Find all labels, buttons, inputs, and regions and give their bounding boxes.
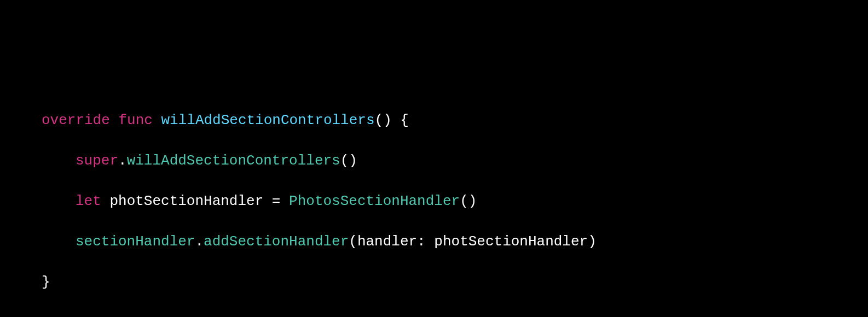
method-name: addSectionHandler [204, 233, 349, 250]
identifier: photSectionHandler = [109, 193, 289, 209]
code-line: super.willAddSectionControllers() [0, 151, 868, 171]
code-line: } [0, 272, 868, 292]
punct: () [460, 193, 477, 209]
type-name: PhotosSectionHandler [289, 193, 460, 209]
brace: } [42, 274, 50, 290]
code-editor[interactable]: override func willAddSectionControllers(… [0, 90, 868, 317]
func-name: willAddSectionControllers [161, 112, 374, 128]
method-name: willAddSectionControllers [127, 152, 340, 169]
code-line: override func willAddSectionControllers(… [0, 110, 868, 131]
code-line: let photSectionHandler = PhotosSectionHa… [0, 191, 868, 212]
keyword-super: super [76, 152, 118, 169]
identifier: sectionHandler [76, 233, 195, 250]
punct: () { [375, 112, 409, 128]
punct: . [195, 233, 204, 250]
punct: () [340, 152, 357, 169]
keyword-override: override [42, 112, 110, 128]
keyword-let: let [76, 193, 101, 209]
whitespace [101, 193, 110, 209]
args: (handler: photSectionHandler) [349, 233, 596, 250]
keyword-func: func [118, 112, 152, 128]
code-line: sectionHandler.addSectionHandler(handler… [0, 232, 868, 252]
punct: . [118, 152, 127, 169]
